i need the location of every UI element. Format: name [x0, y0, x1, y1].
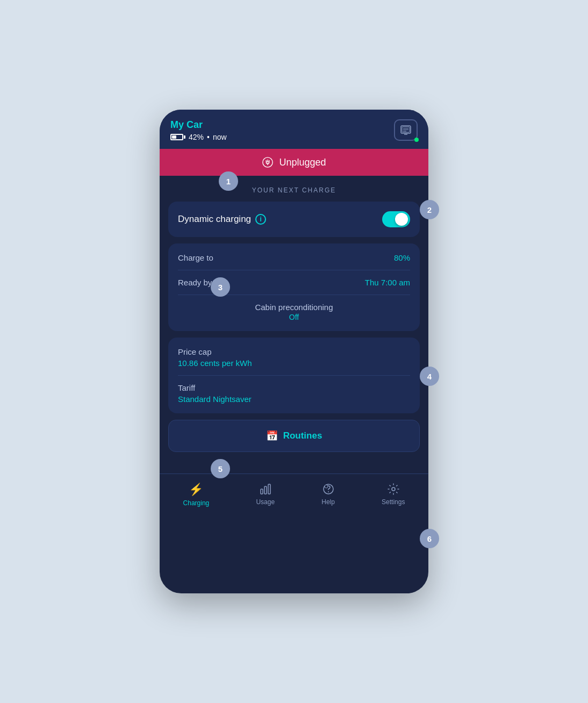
divider-2 [178, 295, 410, 295]
price-cap-label: Price cap [178, 347, 410, 356]
annotation-5: 5 [211, 459, 230, 478]
svg-rect-8 [261, 489, 263, 494]
usage-label: Usage [256, 498, 275, 506]
battery-body [170, 134, 183, 140]
price-cap-value: 10.86 cents per kWh [178, 358, 410, 368]
tariff-value: Standard Nightsaver [178, 394, 410, 404]
battery-percent: 42% [189, 133, 204, 141]
dynamic-charging-label: Dynamic charging i [178, 214, 266, 225]
device-icon [399, 124, 412, 137]
annotation-6: 6 [420, 529, 439, 548]
dynamic-charging-row: Dynamic charging i [178, 211, 410, 227]
calendar-icon: 📅 [266, 430, 278, 442]
tariff-label: Tariff [178, 383, 410, 392]
charge-settings-card: Charge to 80% Ready by Thu 7:00 am Cabin… [168, 243, 420, 331]
battery-tip [184, 135, 185, 139]
svg-point-6 [263, 157, 273, 167]
car-name: My Car [170, 119, 227, 131]
nav-item-settings[interactable]: Settings [382, 483, 405, 507]
price-card: Price cap 10.86 cents per kWh Tariff Sta… [168, 338, 420, 413]
section-title: YOUR NEXT CHARGE [168, 186, 420, 194]
battery-row: 42% • now [170, 133, 227, 141]
tariff-section[interactable]: Tariff Standard Nightsaver [178, 383, 410, 404]
nav-item-help[interactable]: Help [321, 483, 335, 507]
status-label: Unplugged [279, 157, 326, 168]
svg-rect-9 [264, 486, 267, 494]
svg-point-14 [392, 487, 395, 491]
help-icon [322, 483, 335, 496]
annotation-2: 2 [420, 200, 439, 219]
svg-point-13 [325, 485, 328, 488]
charging-label: Charging [183, 499, 210, 507]
phone-container: My Car 42% • now [160, 110, 428, 593]
nav-item-usage[interactable]: Usage [256, 483, 275, 507]
battery-icon [170, 134, 185, 140]
svg-rect-10 [268, 484, 270, 494]
annotation-1: 1 [219, 171, 238, 191]
cabin-label: Cabin preconditioning [178, 303, 410, 312]
battery-dot: • [207, 133, 210, 141]
plug-icon [262, 156, 274, 168]
annotation-4: 4 [420, 367, 439, 386]
dynamic-charging-card: Dynamic charging i [168, 202, 420, 237]
charging-icon: ⚡ [189, 483, 203, 497]
routines-label: Routines [283, 431, 322, 441]
connection-status-dot [414, 138, 419, 142]
main-content: YOUR NEXT CHARGE Dynamic charging i [160, 176, 428, 469]
toggle-thumb [395, 213, 408, 226]
cabin-preconditioning-row[interactable]: Cabin preconditioning Off [178, 303, 410, 321]
device-icon-container[interactable] [394, 119, 418, 141]
routines-button[interactable]: 📅 Routines [168, 420, 420, 452]
battery-fill [172, 135, 176, 139]
cabin-value: Off [178, 313, 410, 321]
divider-3 [178, 375, 410, 376]
settings-label: Settings [382, 498, 405, 506]
header: My Car 42% • now [160, 110, 428, 149]
dynamic-charging-toggle[interactable] [382, 211, 410, 227]
header-left: My Car 42% • now [170, 119, 227, 141]
charge-to-row[interactable]: Charge to 80% [178, 253, 410, 262]
divider-1 [178, 270, 410, 270]
status-bar: Unplugged [160, 149, 428, 176]
nav-item-charging[interactable]: ⚡ Charging [183, 483, 210, 507]
usage-icon [259, 483, 272, 496]
info-icon[interactable]: i [255, 214, 266, 225]
help-label: Help [321, 498, 335, 506]
ready-by-value: Thu 7:00 am [365, 278, 410, 287]
bottom-nav: ⚡ Charging Usage Help [160, 474, 428, 518]
price-cap-section[interactable]: Price cap 10.86 cents per kWh [178, 347, 410, 368]
ready-by-label: Ready by [178, 278, 212, 287]
charge-to-value: 80% [394, 253, 410, 262]
svg-point-12 [328, 491, 329, 492]
settings-icon [387, 483, 400, 496]
charge-to-label: Charge to [178, 253, 213, 262]
battery-time: now [213, 133, 227, 141]
annotation-3: 3 [211, 277, 230, 297]
